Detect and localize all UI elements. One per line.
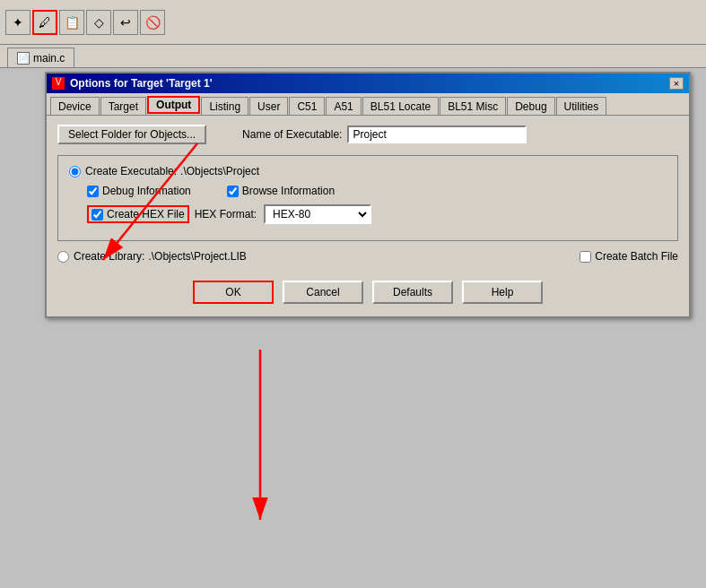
tab-bl51-misc[interactable]: BL51 Misc (440, 97, 506, 115)
close-button[interactable]: × (669, 77, 684, 90)
help-button[interactable]: Help (462, 281, 543, 304)
create-exec-path: .\Objects\Project (180, 165, 259, 177)
toolbar-btn-1[interactable]: ✦ (5, 10, 31, 35)
debug-info-label: Debug Information (87, 185, 191, 197)
create-lib-radio[interactable] (57, 251, 69, 263)
tab-a51[interactable]: A51 (326, 97, 361, 115)
lib-left: Create Library: .\Objects\Project.LIB (57, 250, 247, 263)
checkboxes-row: Debug Information Browse Information (87, 185, 667, 197)
tab-bl51-locate[interactable]: BL51 Locate (362, 97, 439, 115)
dialog-buttons: OK Cancel Defaults Help (47, 272, 689, 316)
dialog-content: Select Folder for Objects... Name of Exe… (47, 116, 689, 272)
create-exec-label: Create Executable: (85, 165, 177, 177)
toolbar: ✦ 🖊 📋 ◇ ↩ 🚫 (0, 0, 706, 45)
check-group: Debug Information Browse Information (87, 185, 335, 197)
file-icon: 📄 (17, 52, 30, 65)
toolbar-btn-3[interactable]: 📋 (59, 10, 84, 35)
defaults-button[interactable]: Defaults (372, 281, 453, 304)
executable-name-input[interactable] (347, 125, 527, 143)
file-tab-main-c[interactable]: 📄 main.c (7, 48, 74, 67)
tab-target[interactable]: Target (100, 97, 146, 115)
toolbar-btn-5[interactable]: ↩ (113, 10, 138, 35)
toolbar-btn-6[interactable]: 🚫 (140, 10, 165, 35)
create-lib-label: Create Library: (74, 250, 144, 263)
create-lib-path: .\Objects\Project.LIB (148, 250, 246, 263)
dialog-tabs: Device Target Output Listing User C51 A5… (47, 93, 689, 116)
tab-user[interactable]: User (249, 97, 288, 115)
tab-debug[interactable]: Debug (507, 97, 554, 115)
create-batch-label: Create Batch File (595, 250, 678, 263)
dialog-titlebar: V Options for Target 'Target 1' × (47, 74, 689, 93)
toolbar-btn-2[interactable]: 🖊 (32, 10, 57, 35)
dialog-icon: V (52, 77, 65, 90)
output-group: Create Executable: .\Objects\Project Deb… (57, 155, 678, 241)
tab-device[interactable]: Device (50, 97, 100, 115)
create-hex-checkbox[interactable] (92, 209, 103, 220)
tab-listing[interactable]: Listing (201, 97, 248, 115)
debug-info-checkbox[interactable] (87, 186, 99, 197)
create-batch-checkbox[interactable] (580, 251, 591, 263)
tabbar: 📄 main.c (0, 45, 706, 68)
create-exec-row: Create Executable: .\Objects\Project (69, 165, 667, 177)
hex-format-select[interactable]: HEX-80 HEX-86 (264, 204, 371, 224)
tab-c51[interactable]: C51 (289, 97, 325, 115)
hex-row: Create HEX File HEX Format: HEX-80 HEX-8… (87, 204, 667, 224)
hex-check-wrapper: Create HEX File (87, 205, 189, 223)
browse-info-checkbox[interactable] (227, 186, 239, 197)
dialog-title: Options for Target 'Target 1' (70, 77, 669, 90)
create-hex-label: Create HEX File (107, 208, 185, 220)
file-tab-label: main.c (33, 52, 65, 65)
tab-utilities[interactable]: Utilities (556, 97, 607, 115)
browse-info-label: Browse Information (227, 185, 335, 197)
library-row: Create Library: .\Objects\Project.LIB Cr… (57, 250, 678, 263)
name-label: Name of Executable: (242, 128, 342, 141)
toolbar-btn-4[interactable]: ◇ (86, 10, 111, 35)
tab-output[interactable]: Output (147, 96, 200, 114)
hex-format-label: HEX Format: (195, 208, 257, 220)
batch-file-row: Create Batch File (580, 250, 678, 263)
cancel-button[interactable]: Cancel (283, 281, 363, 304)
select-folder-button[interactable]: Select Folder for Objects... (57, 125, 206, 144)
ok-button[interactable]: OK (193, 281, 274, 304)
options-dialog: V Options for Target 'Target 1' × Device… (45, 72, 691, 318)
create-exec-radio[interactable] (69, 166, 81, 177)
folder-row: Select Folder for Objects... Name of Exe… (57, 125, 678, 144)
